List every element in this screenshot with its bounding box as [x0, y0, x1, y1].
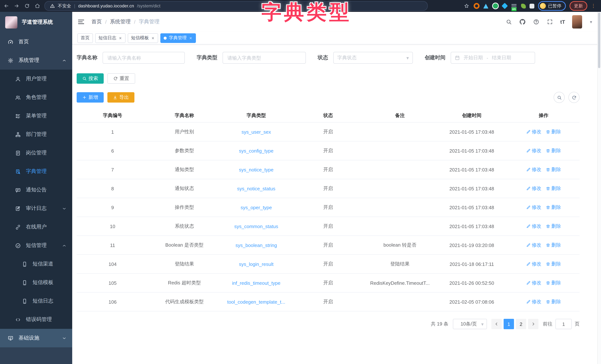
extension-green-icon[interactable]: [492, 3, 499, 9]
toggle-search-button[interactable]: [554, 92, 565, 103]
tab-短信日志[interactable]: 短信日志: [95, 33, 126, 43]
back-icon[interactable]: [3, 3, 10, 9]
table-row: 11Boolean 是否类型sys_boolean_string开启boolea…: [77, 236, 580, 254]
sidebar-item-infrastructure[interactable]: 基础设施: [0, 329, 72, 347]
profile-paused-badge[interactable]: 已暂停: [538, 1, 566, 11]
edit-link[interactable]: 修改: [526, 185, 541, 192]
extensions-puzzle-icon[interactable]: [530, 3, 534, 8]
browser-menu-icon[interactable]: ⋮: [591, 4, 596, 8]
sidebar-item-user-management[interactable]: 用户管理: [0, 70, 72, 88]
add-button[interactable]: 新增: [77, 92, 104, 102]
sidebar-item-sms-channel[interactable]: 短信渠道: [0, 255, 72, 273]
prev-page-button[interactable]: [491, 319, 502, 329]
page-button-1[interactable]: 1: [504, 319, 514, 329]
goto-page-input[interactable]: [555, 319, 572, 329]
edit-link[interactable]: 修改: [526, 147, 541, 154]
extension-diamond-icon[interactable]: [501, 3, 508, 9]
edit-link[interactable]: 修改: [526, 298, 541, 305]
sidebar-item-notice-management[interactable]: 通知公告: [0, 181, 72, 199]
fullscreen-icon[interactable]: [547, 19, 553, 25]
dict-type-input[interactable]: [222, 52, 306, 64]
delete-link[interactable]: 删除: [546, 166, 561, 173]
window-scrollbar[interactable]: [597, 12, 601, 364]
delete-link[interactable]: 删除: [546, 185, 561, 192]
cell-type-link[interactable]: sys_login_result: [220, 254, 292, 273]
page-size-select[interactable]: 10条/页 ▾: [453, 319, 487, 329]
edit-link[interactable]: 修改: [526, 280, 541, 286]
export-button[interactable]: 导出: [107, 92, 134, 102]
delete-link[interactable]: 删除: [546, 280, 561, 286]
cell-type-link[interactable]: tool_codegen_template_t...: [220, 292, 292, 311]
edit-link[interactable]: 修改: [526, 261, 541, 267]
date-range-picker[interactable]: 开始日期 - 结束日期: [451, 52, 535, 64]
delete-link[interactable]: 删除: [546, 298, 561, 305]
next-page-button[interactable]: [528, 319, 538, 329]
reset-button[interactable]: 重置: [107, 73, 135, 84]
cell-type-link[interactable]: sys_common_status: [220, 217, 292, 236]
delete-link[interactable]: 删除: [546, 261, 561, 267]
sidebar-item-role-management[interactable]: 角色管理: [0, 88, 72, 107]
delete-link[interactable]: 删除: [546, 147, 561, 154]
sidebar-item-post-management[interactable]: 岗位管理: [0, 144, 72, 162]
extension-leaf-icon[interactable]: [521, 3, 526, 8]
sidebar-item-sms-template[interactable]: 短信模板: [0, 273, 72, 292]
cell-type-link[interactable]: sys_notice_status: [220, 179, 292, 198]
breadcrumb-home[interactable]: 首页: [91, 19, 102, 25]
close-icon[interactable]: [119, 36, 122, 40]
sidebar-item-sms-log[interactable]: 短信日志: [0, 292, 72, 310]
extension-tampermonkey-icon[interactable]: on: [511, 4, 517, 8]
header-search-icon[interactable]: [505, 19, 512, 25]
sidebar-item-menu-management[interactable]: 菜单管理: [0, 107, 72, 125]
extension-gem-icon[interactable]: [483, 3, 488, 8]
reload-icon[interactable]: [24, 3, 30, 9]
bookmark-star-icon[interactable]: [463, 3, 470, 9]
cell-type-link[interactable]: sys_oper_type: [220, 198, 292, 217]
delete-link[interactable]: 删除: [546, 204, 561, 211]
github-icon[interactable]: [519, 19, 526, 25]
cell-type-link[interactable]: sys_notice_type: [220, 160, 292, 179]
sidebar-item-dict-management[interactable]: 字典管理: [0, 162, 72, 181]
edit-link[interactable]: 修改: [526, 242, 541, 248]
sidebar-item-home[interactable]: 首页: [0, 33, 72, 51]
user-menu-caret-icon[interactable]: ▼: [589, 20, 593, 24]
sidebar-item-dept-management[interactable]: 部门管理: [0, 125, 72, 144]
user-avatar[interactable]: [572, 15, 582, 29]
tab-短信模板[interactable]: 短信模板: [128, 33, 158, 43]
home-icon[interactable]: [34, 3, 41, 9]
cell-type-link[interactable]: sys_boolean_string: [220, 236, 292, 254]
sidebar-item-error-code-management[interactable]: 错误码管理: [0, 310, 72, 329]
close-icon[interactable]: [189, 36, 192, 40]
page-button-2[interactable]: 2: [516, 319, 526, 329]
delete-link[interactable]: 删除: [546, 223, 561, 230]
app-logo[interactable]: 芋道管理系统: [0, 12, 72, 33]
cell-type-link[interactable]: sys_config_type: [220, 141, 292, 160]
sidebar-item-online-users[interactable]: 在线用户: [0, 218, 72, 236]
edit-link[interactable]: 修改: [526, 204, 541, 211]
status-select[interactable]: 字典状态 ▾: [333, 52, 413, 64]
dict-name-input[interactable]: [103, 52, 185, 64]
sidebar-item-sms-management[interactable]: 短信管理: [0, 236, 72, 255]
refresh-table-button[interactable]: [568, 92, 580, 103]
tab-首页[interactable]: 首页: [77, 33, 93, 43]
edit-link[interactable]: 修改: [526, 166, 541, 173]
close-icon[interactable]: [151, 36, 155, 40]
delete-link[interactable]: 删除: [546, 129, 561, 135]
help-icon[interactable]: [533, 19, 540, 25]
forward-icon[interactable]: [13, 3, 20, 9]
extension-orange-icon[interactable]: [474, 3, 480, 9]
delete-link[interactable]: 删除: [546, 242, 561, 248]
collapse-sidebar-icon[interactable]: [78, 20, 84, 24]
breadcrumb-system[interactable]: 系统管理: [110, 19, 131, 25]
address-bar[interactable]: 不安全 | dashboard.yudao.iocoder.cn/system/…: [44, 1, 428, 11]
edit-link[interactable]: 修改: [526, 223, 541, 230]
scrollbar-thumb[interactable]: [598, 13, 600, 68]
cell-type-link[interactable]: inf_redis_timeout_type: [220, 273, 292, 292]
font-size-icon[interactable]: tT: [560, 19, 565, 25]
sidebar-item-audit-log[interactable]: 审计日志: [0, 199, 72, 218]
browser-update-button[interactable]: 更新: [570, 1, 587, 11]
edit-link[interactable]: 修改: [526, 129, 541, 135]
sidebar-item-system-management[interactable]: 系统管理: [0, 51, 72, 70]
tab-字典管理[interactable]: 字典管理: [160, 33, 196, 43]
search-button[interactable]: 搜索: [77, 73, 104, 84]
cell-type-link[interactable]: sys_user_sex: [220, 122, 292, 141]
